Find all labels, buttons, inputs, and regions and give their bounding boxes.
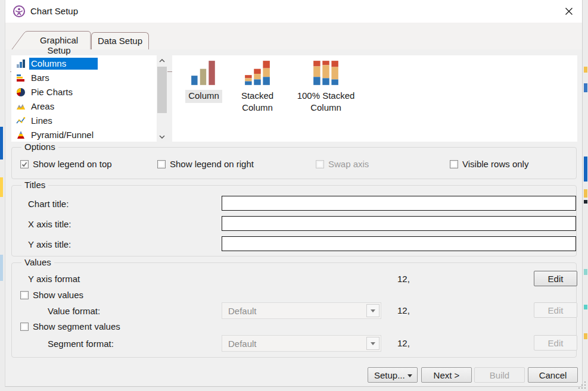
desktop-fragment [0,127,3,159]
chart-type-gallery: Column Stacked Column [172,55,577,142]
y-axis-format-label: Y axis format [28,274,80,284]
checkbox-icon [316,160,324,168]
type-column[interactable]: Column [181,59,227,103]
checkbox-show-legend-on-right[interactable]: Show legend on right [157,159,254,169]
group-legend: Titles [21,180,48,190]
type-stacked-column[interactable]: Stacked Column [238,59,277,114]
pyramid-icon [16,130,26,140]
desktop-fragment [584,269,587,275]
title-bar: Chart Setup [5,0,582,23]
checkbox-icon [450,160,458,168]
close-button[interactable] [557,0,581,23]
checkbox-show-legend-on-top[interactable]: Show legend on top [20,159,112,169]
screen: Chart Setup Graphical Setup Data Setup [0,0,588,391]
group-legend: Options [21,142,58,152]
y-axis-title-label: Y axis title: [28,239,71,249]
hundred-stacked-column-chart-icon [312,59,340,87]
checkbox-icon [20,291,29,299]
chart-title-label: Chart title: [28,199,69,209]
y-axis-format-code: 12, [397,274,410,284]
list-scrollbar [157,55,167,142]
x-axis-title-label: X axis title: [28,219,71,229]
y-axis-format-edit-button[interactable]: Edit [534,271,577,286]
areas-icon [16,102,26,111]
desktop-fragment [584,83,587,92]
checkbox-show-values[interactable]: Show values [20,290,83,300]
value-format-code: 12, [397,305,410,315]
tab-data-setup[interactable]: Data Setup [91,32,149,49]
desktop-fragment [584,200,587,204]
desktop-fragment [0,255,3,281]
cancel-button[interactable]: Cancel [528,367,578,383]
desktop-fragment [584,305,587,309]
group-legend: Values [21,257,54,267]
scroll-down-icon[interactable] [157,132,167,142]
bars-icon [16,73,26,83]
values-group: Values Y axis format 12, Edit Show value… [11,262,577,358]
pie-icon [16,87,26,97]
list-item-lines[interactable]: Lines [11,114,167,128]
stacked-column-chart-icon [243,59,272,87]
type-label: 100% Stacked Column [296,90,356,114]
checkbox-label: Show segment values [33,321,120,331]
value-format-dropdown: Default [222,302,381,319]
list-item-label: Areas [29,101,56,112]
desktop-fragment [584,189,587,198]
titles-group: Titles Chart title: X axis title: Y axis… [11,185,577,257]
tab-label: Graphical Setup [29,35,89,55]
lines-icon [16,116,26,126]
resize-grip[interactable] [578,381,587,390]
value-format-edit-button: Edit [534,302,577,318]
checkbox-label: Swap axis [328,159,369,169]
dropdown-value: Default [228,306,257,316]
desktop-fragment [0,177,3,197]
build-button: Build [474,367,525,383]
x-axis-title-input[interactable] [222,216,576,231]
list-item-columns[interactable]: Columns [11,57,167,71]
list-item-label: Lines [29,115,54,127]
tab-graphical-setup[interactable]: Graphical Setup [11,31,91,49]
checkbox-label: Show values [33,290,83,300]
checkbox-label: Show legend on top [33,159,112,169]
desktop-fragment [584,67,587,73]
list-item-label: Columns [29,58,98,70]
chart-setup-dialog: Chart Setup Graphical Setup Data Setup [5,0,583,387]
list-item-pyramid-funnel[interactable]: Pyramid/Funnel [11,128,167,142]
segment-format-dropdown: Default [222,335,381,352]
chevron-down-icon [366,337,379,350]
options-group: Options Show legend on top Show legend o… [11,147,577,179]
checkbox-icon [20,323,29,331]
y-axis-title-input[interactable] [222,236,576,251]
column-chart-icon [189,59,218,87]
list-item-pie-charts[interactable]: Pie Charts [11,85,167,99]
list-item-bars[interactable]: Bars [11,71,167,85]
list-item-label: Pyramid/Funnel [29,129,95,141]
scroll-up-icon[interactable] [157,55,167,65]
checkbox-visible-rows-only[interactable]: Visible rows only [450,159,528,169]
columns-icon [16,59,26,68]
scrollbar-thumb[interactable] [157,67,167,113]
checkbox-swap-axis: Swap axis [316,159,369,169]
list-item-areas[interactable]: Areas [11,99,167,114]
type-100-stacked-column[interactable]: 100% Stacked Column [296,59,356,114]
chevron-down-icon [366,304,379,317]
chart-category-list: Columns Bars Pie Charts Areas [11,55,167,142]
type-label: Stacked Column [238,90,277,114]
checkbox-label: Visible rows only [462,159,528,169]
setup-menu-button[interactable]: Setup... [368,367,418,383]
window-title: Chart Setup [30,6,78,16]
setup-button-label: Setup... [374,370,405,380]
list-item-label: Pie Charts [29,86,74,98]
app-logo-icon [13,5,26,18]
list-item-label: Bars [29,72,51,84]
chart-title-input[interactable] [222,196,576,211]
segment-format-edit-button: Edit [534,335,577,351]
close-icon [565,7,573,15]
type-label: Column [185,90,222,103]
checkbox-checked-icon [20,160,29,168]
segment-format-label: Segment format: [48,339,114,349]
next-button[interactable]: Next > [421,367,472,383]
checkbox-show-segment-values[interactable]: Show segment values [20,321,120,331]
segment-format-code: 12, [397,338,410,348]
value-format-label: Value format: [48,306,100,316]
